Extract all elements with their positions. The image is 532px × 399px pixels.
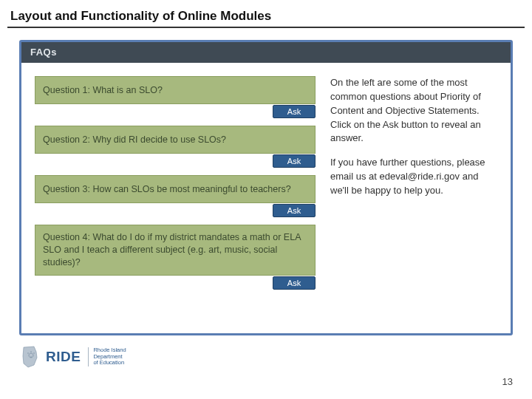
- question-text: Question 1: What is an SLO?: [43, 84, 163, 97]
- faq-item: Question 1: What is an SLO? Ask: [35, 76, 316, 121]
- ri-state-icon: [21, 346, 38, 368]
- ride-wordmark: RIDE: [46, 349, 81, 365]
- faq-item: Question 4: What do I do if my district …: [35, 225, 316, 293]
- module-header: FAQs: [21, 42, 511, 63]
- question-box: Question 1: What is an SLO?: [35, 76, 316, 104]
- ask-button[interactable]: Ask: [273, 154, 316, 168]
- slide-title: Layout and Functionality of Online Modul…: [7, 9, 525, 24]
- slide-title-bar: Layout and Functionality of Online Modul…: [7, 9, 525, 28]
- question-text: Question 3: How can SLOs be most meaning…: [43, 183, 291, 196]
- module-window: FAQs Question 1: What is an SLO? Ask Que…: [19, 40, 513, 335]
- module-body: Question 1: What is an SLO? Ask Question…: [21, 63, 511, 333]
- faq-item: Question 3: How can SLOs be most meaning…: [35, 175, 316, 220]
- faq-column: Question 1: What is an SLO? Ask Question…: [35, 76, 316, 324]
- question-text: Question 2: Why did RI decide to use SLO…: [43, 134, 226, 146]
- ride-subtitle: Rhode Island Department of Education: [88, 347, 126, 366]
- faq-item: Question 2: Why did RI decide to use SLO…: [35, 126, 316, 171]
- info-paragraph: On the left are some of the most common …: [330, 76, 493, 146]
- question-text: Question 4: What do I do if my district …: [43, 231, 307, 269]
- question-box: Question 4: What do I do if my district …: [35, 225, 316, 276]
- ask-button[interactable]: Ask: [273, 204, 316, 217]
- question-box: Question 2: Why did RI decide to use SLO…: [35, 126, 316, 154]
- ask-button[interactable]: Ask: [273, 276, 316, 290]
- info-paragraph: If you have further questions, please em…: [330, 156, 493, 198]
- question-box: Question 3: How can SLOs be most meaning…: [35, 175, 316, 203]
- ask-button[interactable]: Ask: [273, 105, 316, 118]
- page-number: 13: [502, 376, 513, 387]
- ride-logo: RIDE Rhode Island Department of Educatio…: [21, 346, 126, 368]
- info-column: On the left are some of the most common …: [330, 76, 497, 324]
